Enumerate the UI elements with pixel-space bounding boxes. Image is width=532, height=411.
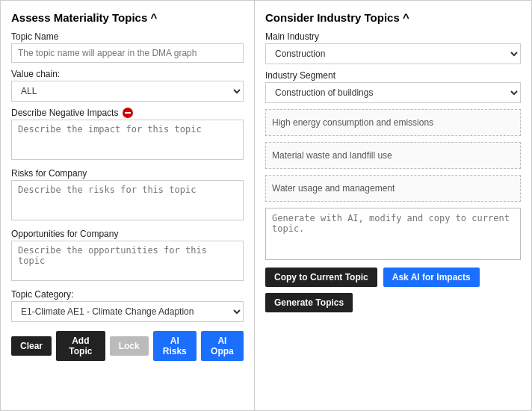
right-button-row: Copy to Current Topic Ask AI for Impacts [265, 268, 521, 287]
copy-to-topic-button[interactable]: Copy to Current Topic [265, 268, 377, 287]
industry-segment-field: Industry Segment Construction of buildin… [265, 70, 521, 103]
topic-category-select[interactable]: E1-Climate AE1 - Climate Change Adaption [11, 301, 244, 322]
industry-item-3: Water usage and management [265, 175, 521, 202]
opps-field: Opportunities for Company [11, 229, 244, 283]
left-button-row: Clear Add Topic Lock AI Risks AI Oppa [11, 331, 244, 361]
gen-area-textarea[interactable] [265, 208, 521, 260]
main-industry-select[interactable]: Construction [265, 43, 521, 64]
topic-name-label: Topic Name [11, 31, 244, 42]
risks-field: Risks for Company [11, 168, 244, 223]
generate-row: Generate Topics [265, 293, 521, 312]
neg-impacts-label: Describe Negative Impacts [11, 108, 118, 118]
industry-segment-label: Industry Segment [265, 70, 521, 81]
risks-label: Risks for Company [11, 168, 244, 179]
left-panel-title: Assess Materiality Topics ^ [11, 11, 244, 24]
right-panel: Consider Industry Topics ^ Main Industry… [255, 1, 531, 410]
opps-label: Opportunities for Company [11, 229, 244, 239]
main-industry-field: Main Industry Construction [265, 31, 521, 64]
opps-textarea[interactable] [11, 241, 244, 281]
ai-oppa-button[interactable]: AI Oppa [201, 331, 244, 361]
left-panel: Assess Materiality Topics ^ Topic Name V… [1, 1, 255, 410]
value-chain-field: Value chain: ALL [11, 69, 244, 102]
impact-textarea[interactable] [11, 120, 244, 160]
industry-item-2: Material waste and landfill use [265, 142, 521, 169]
risks-textarea[interactable] [11, 180, 244, 220]
clear-button[interactable]: Clear [11, 336, 52, 356]
topic-name-input[interactable] [11, 43, 244, 63]
value-chain-select[interactable]: ALL [11, 81, 244, 102]
right-panel-title: Consider Industry Topics ^ [265, 11, 521, 24]
main-industry-label: Main Industry [265, 31, 521, 42]
ai-risks-button[interactable]: AI Risks [153, 331, 197, 361]
neg-impacts-icon [123, 108, 133, 118]
ask-ai-impacts-button[interactable]: Ask AI for Impacts [383, 268, 480, 287]
add-topic-button[interactable]: Add Topic [56, 331, 105, 361]
industry-item-1: High energy consumption and emissions [265, 109, 521, 136]
topic-name-field: Topic Name [11, 31, 244, 63]
value-chain-label: Value chain: [11, 69, 244, 79]
lock-button[interactable]: Lock [110, 336, 149, 356]
topic-category-field: Topic Category: E1-Climate AE1 - Climate… [11, 289, 244, 322]
topic-category-label: Topic Category: [11, 289, 244, 300]
industry-segment-select[interactable]: Construction of buildings [265, 82, 521, 103]
neg-impacts-field: Describe Negative Impacts [11, 108, 244, 162]
generate-topics-button[interactable]: Generate Topics [265, 293, 353, 312]
